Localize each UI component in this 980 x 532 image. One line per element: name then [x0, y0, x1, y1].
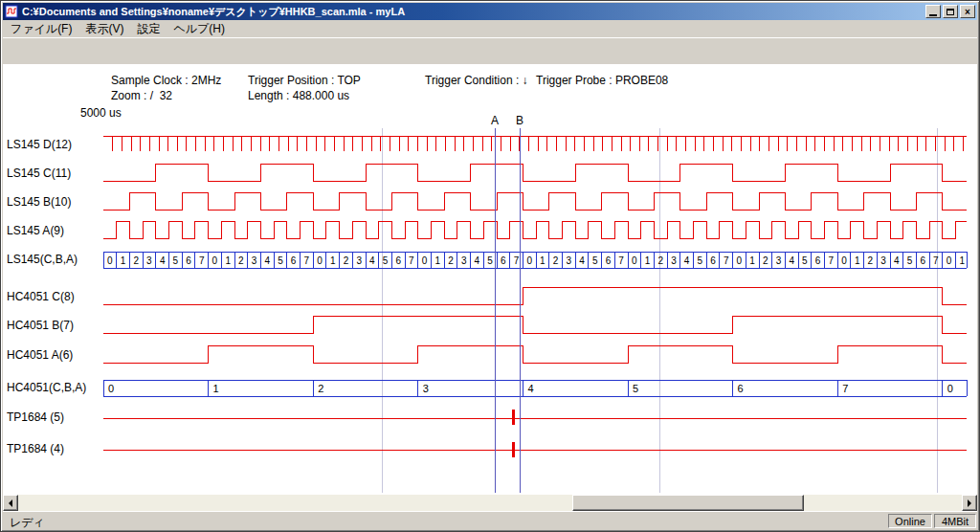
bus-value: 1	[960, 255, 966, 266]
bus-value: 7	[304, 255, 310, 266]
bus-trace	[103, 380, 967, 396]
bus-value: 6	[738, 383, 744, 394]
bus-value: 3	[146, 255, 152, 266]
bus-value: 2	[658, 255, 664, 266]
bus-value: 5	[802, 255, 808, 266]
bus-value: 0	[422, 255, 428, 266]
bus-value: 4	[369, 255, 375, 266]
bus-value: 2	[344, 255, 349, 266]
wave-trace	[103, 316, 967, 333]
wave-trace	[103, 192, 967, 210]
bus-value: 1	[330, 255, 336, 266]
cursor-b-label: B	[516, 114, 523, 127]
bus-value: 2	[134, 255, 140, 266]
app-window: { "window": { "title": "C:¥Documents and…	[0, 0, 980, 532]
bus-value: 0	[947, 383, 953, 394]
bus-value: 7	[618, 255, 624, 266]
bus-value: 1	[121, 255, 126, 266]
bus-value: 0	[632, 255, 637, 266]
bus-value: 0	[108, 383, 114, 394]
bus-value: 4	[894, 255, 900, 266]
bus-value: 5	[383, 255, 389, 266]
wave-trace	[103, 287, 967, 304]
bus-value: 6	[921, 255, 926, 266]
bus-value: 2	[318, 383, 323, 394]
horizontal-scrollbar[interactable]	[3, 495, 977, 511]
bus-value: 0	[737, 255, 743, 266]
bus-value: 0	[107, 255, 113, 266]
bus-value: 4	[684, 255, 690, 266]
bus-value: 6	[606, 255, 612, 266]
bus-value: 6	[815, 255, 821, 266]
scroll-left-icon	[5, 499, 12, 507]
bus-value: 0	[212, 255, 218, 266]
bus-value: 5	[592, 255, 598, 266]
bus-value: 7	[409, 255, 414, 266]
waveform-canvas[interactable]: 0123456701234567012345670123456701234567…	[0, 0, 980, 532]
bus-value: 7	[933, 255, 939, 266]
bus-value: 4	[579, 255, 585, 266]
bus-value: 2	[553, 255, 559, 266]
bus-value: 3	[567, 255, 572, 266]
online-status-badge: Online	[888, 514, 932, 528]
bus-value: 5	[698, 255, 703, 266]
bus-value: 1	[749, 255, 755, 266]
bus-value: 1	[645, 255, 651, 266]
bus-value: 2	[868, 255, 874, 266]
status-bar: レディ Online 4MBit	[3, 511, 977, 529]
bus-value: 6	[396, 255, 402, 266]
bus-value: 1	[213, 383, 219, 394]
bus-value: 0	[947, 255, 952, 266]
bus-value: 4	[790, 255, 795, 266]
bus-value: 4	[475, 255, 480, 266]
wave-trace	[103, 221, 967, 238]
bus-value: 7	[724, 255, 729, 266]
scrollbar-thumb[interactable]	[572, 495, 804, 511]
cursor-a-label: A	[491, 114, 499, 127]
bus-value: 3	[423, 383, 429, 394]
bus-value: 4	[160, 255, 166, 266]
bus-value: 4	[527, 383, 533, 394]
bus-value: 5	[173, 255, 179, 266]
wave-trace	[103, 345, 967, 363]
bus-value: 7	[829, 255, 835, 266]
scroll-right-icon	[968, 499, 975, 507]
bus-value: 0	[527, 255, 533, 266]
bus-value: 1	[225, 255, 231, 266]
bus-value: 2	[763, 255, 768, 266]
bus-value: 2	[448, 255, 454, 266]
wave-trace	[103, 136, 967, 151]
bus-value: 3	[252, 255, 257, 266]
bus-value: 3	[776, 255, 782, 266]
scroll-left-button[interactable]	[3, 495, 18, 511]
bus-value: 5	[278, 255, 283, 266]
status-ready-text: レディ	[10, 515, 45, 531]
bus-value: 7	[199, 255, 205, 266]
bus-value: 1	[435, 255, 441, 266]
wave-trace	[103, 164, 967, 181]
bus-value: 3	[671, 255, 677, 266]
bus-value: 3	[461, 255, 467, 266]
bus-value: 4	[265, 255, 271, 266]
bus-value: 5	[633, 383, 638, 394]
bus-value: 1	[540, 255, 546, 266]
bus-value: 0	[841, 255, 847, 266]
bus-value: 5	[487, 255, 493, 266]
bus-value: 6	[501, 255, 506, 266]
bus-value: 5	[907, 255, 913, 266]
bus-trace	[103, 252, 967, 268]
bus-value: 7	[514, 255, 520, 266]
scroll-right-button[interactable]	[962, 495, 977, 511]
bus-value: 1	[855, 255, 860, 266]
bus-value: 3	[880, 255, 886, 266]
bus-value: 7	[842, 383, 848, 394]
bus-value: 2	[238, 255, 244, 266]
bus-value: 6	[291, 255, 297, 266]
bus-value: 6	[186, 255, 191, 266]
bus-value: 6	[710, 255, 716, 266]
bus-value: 3	[356, 255, 362, 266]
bus-value: 0	[317, 255, 323, 266]
memory-status-badge: 4MBit	[934, 514, 976, 528]
